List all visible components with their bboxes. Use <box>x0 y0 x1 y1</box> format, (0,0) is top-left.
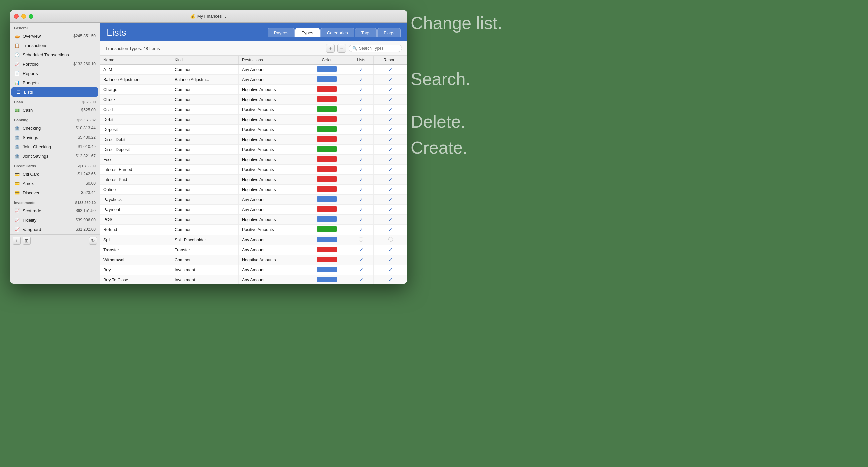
table-row[interactable]: Check Common Negative Amounts ✓ ✓ <box>100 95 407 105</box>
cell-color <box>305 175 348 185</box>
table-row[interactable]: Fee Common Negative Amounts ✓ ✓ <box>100 155 407 165</box>
callouts-area: Change list. Search. Delete. Create. <box>411 10 502 161</box>
table-row[interactable]: Buy To Close Investment Any Amount ✓ ✓ <box>100 275 407 284</box>
table-row[interactable]: Interest Paid Common Negative Amounts ✓ … <box>100 175 407 185</box>
table-row[interactable]: Refund Common Positive Amounts ✓ ✓ <box>100 225 407 235</box>
col-restrictions: Restrictions <box>238 56 305 65</box>
cell-color <box>305 245 348 255</box>
table-row[interactable]: Deposit Common Positive Amounts ✓ ✓ <box>100 125 407 135</box>
sidebar-item-cash[interactable]: 💵 Cash $525.00 <box>10 105 100 115</box>
cell-lists: ✓ <box>348 155 373 165</box>
lists-check: ✓ <box>359 77 363 82</box>
search-field[interactable]: 🔍 <box>348 45 402 52</box>
cell-reports: ✓ <box>374 165 407 175</box>
table-row[interactable]: ATM Common Any Amount ✓ ✓ <box>100 65 407 75</box>
cell-kind: Common <box>171 95 238 105</box>
color-swatch <box>317 106 337 112</box>
color-swatch <box>317 87 337 92</box>
table-row[interactable]: POS Common Negative Amounts ✓ ✓ <box>100 215 407 225</box>
sidebar-item-joint-savings[interactable]: 🏦 Joint Savings $12,321.67 <box>10 152 100 161</box>
add-account-button[interactable]: + <box>13 236 21 244</box>
tab-types[interactable]: Types <box>296 28 320 37</box>
sidebar-item-vanguard[interactable]: 📈 Vanguard $31,202.60 <box>10 225 100 234</box>
cell-name: Debit <box>100 115 171 125</box>
sidebar-section-credit: Credit Cards -$1,766.09 <box>10 161 100 169</box>
sidebar-item-reports[interactable]: 📄 Reports <box>10 69 100 78</box>
table-row[interactable]: Transfer Transfer Any Amount ✓ ✓ <box>100 245 407 255</box>
lists-check: ✓ <box>359 247 363 253</box>
table-row[interactable]: Payment Common Any Amount ✓ ✓ <box>100 205 407 215</box>
sidebar-item-lists[interactable]: ☰ Lists <box>11 88 98 97</box>
table-row[interactable]: Charge Common Negative Amounts ✓ ✓ <box>100 85 407 95</box>
reports-check: ✓ <box>388 227 393 233</box>
sidebar-item-fidelity[interactable]: 📈 Fidelity $39,906.00 <box>10 215 100 225</box>
budgets-icon: 📊 <box>14 80 20 86</box>
search-icon: 🔍 <box>352 46 357 51</box>
sidebar-item-budgets[interactable]: 📊 Budgets <box>10 78 100 88</box>
cell-lists: ✓ <box>348 215 373 225</box>
cell-restrictions: Any Amount <box>238 275 305 284</box>
color-swatch <box>317 236 337 242</box>
table-row[interactable]: Direct Deposit Common Positive Amounts ✓… <box>100 145 407 155</box>
reports-check: ✓ <box>388 247 393 253</box>
sidebar-item-scottrade[interactable]: 📈 Scottrade $62,151.50 <box>10 206 100 215</box>
sidebar-item-discover[interactable]: 💳 Discover -$523.44 <box>10 188 100 198</box>
table-row[interactable]: Credit Common Positive Amounts ✓ ✓ <box>100 105 407 115</box>
table-row[interactable]: Online Common Negative Amounts ✓ ✓ <box>100 185 407 195</box>
cell-reports: ✓ <box>374 75 407 85</box>
cell-color <box>305 165 348 175</box>
sidebar-item-citi[interactable]: 💳 Citi Card -$1,242.65 <box>10 169 100 179</box>
close-button[interactable] <box>14 14 19 19</box>
cell-restrictions: Any Amount <box>238 235 305 245</box>
cell-color <box>305 215 348 225</box>
cell-restrictions: Negative Amounts <box>238 95 305 105</box>
reports-check: ✓ <box>388 77 393 82</box>
table-row[interactable]: Paycheck Common Any Amount ✓ ✓ <box>100 195 407 205</box>
cell-color <box>305 115 348 125</box>
lists-check: ✓ <box>359 257 363 263</box>
cell-name: Split <box>100 235 171 245</box>
chevron-down-icon[interactable]: ⌄ <box>224 14 227 19</box>
table-row[interactable]: Split Split Placeholder Any Amount <box>100 235 407 245</box>
cell-kind: Common <box>171 215 238 225</box>
cell-kind: Common <box>171 225 238 235</box>
tab-payees[interactable]: Payees <box>268 28 295 37</box>
sidebar-item-joint-checking[interactable]: 🏦 Joint Checking $1,010.49 <box>10 142 100 152</box>
scottrade-icon: 📈 <box>14 208 20 214</box>
cell-lists: ✓ <box>348 145 373 155</box>
sidebar-item-savings[interactable]: 🏦 Savings $5,430.22 <box>10 133 100 142</box>
table-row[interactable]: Buy Investment Any Amount ✓ ✓ <box>100 265 407 275</box>
cell-lists: ✓ <box>348 245 373 255</box>
table-row[interactable]: Balance Adjustment Balance Adjustm... An… <box>100 75 407 85</box>
minimize-button[interactable] <box>21 14 26 19</box>
search-input[interactable] <box>359 46 399 51</box>
sidebar-item-amex[interactable]: 💳 Amex $0.00 <box>10 179 100 188</box>
table-row[interactable]: Debit Common Negative Amounts ✓ ✓ <box>100 115 407 125</box>
sidebar-item-overview[interactable]: 🥧 Overview $245,351.50 <box>10 31 100 41</box>
discover-icon: 💳 <box>14 190 20 196</box>
sidebar-item-checking[interactable]: 🏦 Checking $10,813.44 <box>10 124 100 133</box>
cell-kind: Common <box>171 205 238 215</box>
cell-kind: Common <box>171 65 238 75</box>
maximize-button[interactable] <box>29 14 33 19</box>
cell-color <box>305 185 348 195</box>
tab-flags[interactable]: Flags <box>377 28 401 37</box>
lists-icon: ☰ <box>16 89 21 95</box>
tab-categories[interactable]: Categories <box>320 28 354 37</box>
refresh-button[interactable]: ↻ <box>89 236 97 244</box>
sidebar-item-scheduled[interactable]: 🕐 Scheduled Transactions <box>10 50 100 59</box>
table-row[interactable]: Direct Debit Common Negative Amounts ✓ ✓ <box>100 135 407 145</box>
add-type-button[interactable]: + <box>326 44 335 53</box>
account-settings-button[interactable]: ⊞ <box>23 236 31 244</box>
sidebar-item-transactions[interactable]: 📋 Transactions <box>10 41 100 50</box>
table-row[interactable]: Interest Earned Common Positive Amounts … <box>100 165 407 175</box>
toolbar: Transaction Types: 48 Items + − 🔍 <box>100 41 407 56</box>
color-swatch <box>317 166 337 172</box>
sidebar-section-cash: Cash $525.00 <box>10 97 100 105</box>
table-row[interactable]: Withdrawal Common Negative Amounts ✓ ✓ <box>100 255 407 265</box>
citi-card-icon: 💳 <box>14 171 20 177</box>
cell-color <box>305 95 348 105</box>
tab-tags[interactable]: Tags <box>355 28 377 37</box>
sidebar-item-portfolio[interactable]: 📈 Portfolio $133,260.10 <box>10 59 100 69</box>
delete-type-button[interactable]: − <box>337 44 346 53</box>
